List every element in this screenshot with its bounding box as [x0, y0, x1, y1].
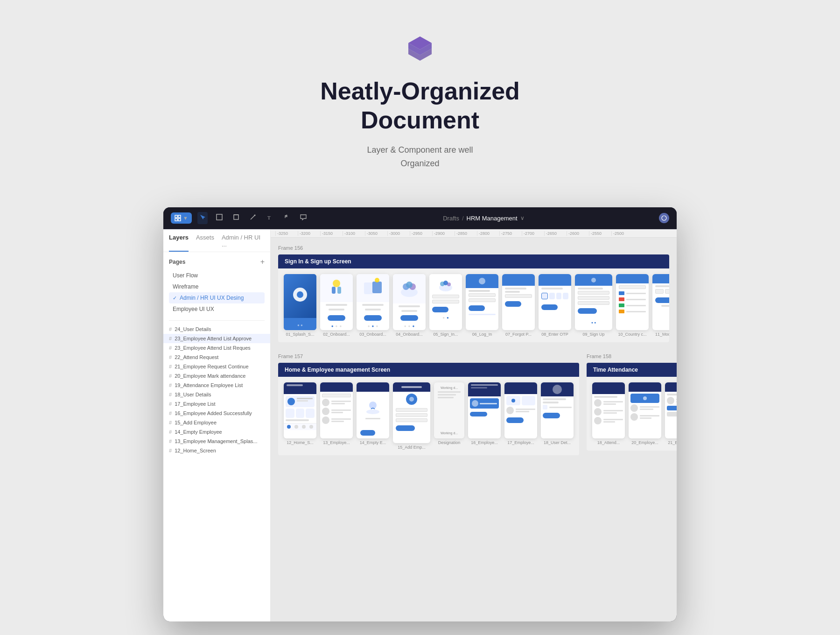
emp-line-2	[331, 403, 345, 404]
screen-07-forgot[interactable]: 07_Forgot P...	[502, 274, 535, 337]
mobile-title	[655, 285, 669, 287]
screen-thumb-17	[504, 382, 537, 438]
emp-line-5	[331, 418, 351, 420]
layer-label-9: 16_Employee Added Successfully	[175, 410, 252, 416]
s20-t1	[640, 406, 659, 408]
hero-title: Neatly-Organized Document	[320, 77, 520, 135]
hero-subtitle: Layer & Component are well Organized	[367, 143, 473, 170]
screen-home-header	[284, 382, 316, 394]
screen-form-5: ● ●	[429, 293, 462, 322]
screen-05-signin[interactable]: ● ● 05_Sign_In...	[429, 274, 462, 337]
form-btn	[328, 315, 345, 321]
svg-point-26	[366, 409, 379, 414]
layer-20-employee-mark[interactable]: # 20_Employee Mark attendance	[163, 371, 270, 381]
layer-label-5: 20_Employee Mark attendance	[175, 373, 245, 379]
emp-row-1	[322, 399, 351, 406]
page-item-userflow[interactable]: User Flow	[169, 270, 265, 281]
add-avatar	[406, 394, 417, 405]
screen-thumb-03: ● ● ●	[357, 274, 389, 330]
screen-03-onboard[interactable]: ● ● ● 03_Onboard...	[357, 274, 389, 337]
screen-dots: ● ●	[284, 318, 316, 330]
screen-21-employee[interactable]: 21_Employe...	[665, 382, 677, 445]
frame-157-block: Frame 157 Home & Employee management Scr…	[278, 353, 579, 455]
screen-11-mobile[interactable]: 11_Moolie N...	[652, 274, 669, 337]
signin-btn	[432, 307, 448, 312]
frame-select-tool[interactable]	[214, 212, 224, 224]
cursor-tool[interactable]	[197, 212, 208, 224]
screen-17-employee[interactable]: 17_Employe...	[504, 382, 537, 450]
form-line-3	[362, 304, 384, 306]
s17-line-1	[516, 409, 535, 410]
screen-14-empty[interactable]: 14_Empty E...	[357, 382, 389, 450]
page-item-employee[interactable]: Employee UI UX	[169, 303, 265, 315]
screen-02-onboard[interactable]: ● ● ● 02_Onboard...	[320, 274, 353, 337]
s16-card-line	[480, 403, 497, 404]
screen-06-login[interactable]: 06_Log_In	[466, 274, 498, 337]
layer-23-attend-approve[interactable]: # 23_Employee Attend List Approve	[163, 334, 270, 343]
screen-16-employee[interactable]: 16_Employe...	[468, 382, 501, 450]
emp-text-3	[331, 418, 351, 422]
shape-tool[interactable]	[231, 212, 241, 224]
country-label-2	[626, 299, 646, 300]
toolbar-right	[659, 213, 669, 223]
add-page-button[interactable]: +	[260, 258, 265, 266]
screen-thumb-09: ● ●	[575, 274, 612, 330]
screen-09-signup[interactable]: ● ● 09_Sign Up	[575, 274, 612, 337]
pen-tool[interactable]	[248, 212, 258, 224]
layer-21-employee-request[interactable]: # 21_Employee Request Continue	[163, 362, 270, 371]
text-tool[interactable]: T	[265, 212, 275, 224]
screen-designation[interactable]: Working d... Working d... Design	[434, 382, 464, 450]
frame-tool-btn[interactable]: ▼	[171, 212, 192, 224]
screen-13-employee[interactable]: 13_Employe...	[320, 382, 353, 450]
tab-admin[interactable]: Admin / HR UI ...	[222, 234, 265, 252]
screen-emp-header	[320, 382, 353, 392]
layer-18-user-details[interactable]: # 18_User Details	[163, 390, 270, 399]
layer-14-empty-employee[interactable]: # 14_Empty Employee	[163, 427, 270, 437]
screen-label-04: 04_Onboard...	[396, 332, 423, 337]
screen-18-user[interactable]: 18_User Det...	[541, 382, 574, 450]
tab-assets[interactable]: Assets	[196, 234, 214, 252]
page-item-wireframe[interactable]: Wireframe	[169, 281, 265, 292]
screen-20-employee[interactable]: 20_Employe...	[629, 382, 661, 445]
screen-10-country[interactable]: 10_Country c...	[616, 274, 649, 337]
screen-label-15: 15_Add Emp...	[398, 445, 426, 450]
screen-label-20: 20_Employe...	[631, 440, 658, 445]
home-bottom-nav	[284, 423, 316, 430]
flag-3	[619, 303, 624, 307]
layer-17-employee-list[interactable]: # 17_Employee List	[163, 399, 270, 409]
layer-label-1: 23_Employee Attend List Approve	[175, 336, 252, 341]
screen-thumb-18	[541, 382, 574, 438]
screen-form-9: ● ●	[575, 286, 612, 327]
layer-16-employee-added[interactable]: # 16_Employee Added Successfully	[163, 409, 270, 418]
canvas[interactable]: -3250 -3200 -3150 -3100 -3050 -3000 -295…	[271, 229, 677, 621]
screen-label-09: 09_Sign Up	[582, 332, 604, 337]
hand-tool[interactable]	[281, 212, 292, 224]
share-btn[interactable]	[659, 213, 669, 223]
layer-22-attend-request[interactable]: # 22_Attend Request	[163, 353, 270, 362]
layer-23-attend-request[interactable]: # 23_Employee Attend List Reques	[163, 343, 270, 353]
page-item-admin[interactable]: ✓ Admin / HR UI UX Desing	[169, 292, 265, 303]
screen-label-01: 01_Splash_S...	[286, 332, 314, 337]
s17-card-2	[522, 396, 536, 405]
layer-24-user-details[interactable]: # 24_User Details	[163, 325, 270, 334]
screen-15-add-emp[interactable]: 15_Add Emp...	[393, 382, 430, 450]
screen-label-18: 18_User Det...	[544, 440, 571, 445]
screen-12-home[interactable]: 12_Home_S...	[284, 382, 316, 450]
screen-01-splash[interactable]: ● ● 01_Splash_S...	[284, 274, 316, 337]
layer-15-add-employee[interactable]: # 15_Add Employee	[163, 418, 270, 427]
layer-12-home-screen[interactable]: # 12_Home_Screen	[163, 446, 270, 455]
screen-08-otp[interactable]: 08_Enter OTP	[539, 274, 571, 337]
frame-157-header: Home & Employee management Screen	[278, 363, 579, 377]
screen-form-4: ● ● ●	[393, 303, 426, 330]
screen-attend-18[interactable]: 18_Attend...	[592, 382, 625, 445]
comment-tool[interactable]	[298, 212, 308, 224]
otp-title	[541, 288, 563, 289]
tab-layers[interactable]: Layers	[169, 234, 189, 252]
screen-label-17: 17_Employe...	[507, 440, 534, 445]
screen-18-content	[541, 396, 574, 420]
layer-19-attendance[interactable]: # 19_Attendance Employee List	[163, 381, 270, 390]
breadcrumb-dropdown-icon[interactable]: ∨	[520, 215, 525, 221]
screen-empty-header	[357, 382, 389, 392]
layer-13-employee-mgmt[interactable]: # 13_Employee Management_Splas...	[163, 437, 270, 446]
screen-04-onboard[interactable]: ● ● ● 04_Onboard...	[393, 274, 426, 337]
